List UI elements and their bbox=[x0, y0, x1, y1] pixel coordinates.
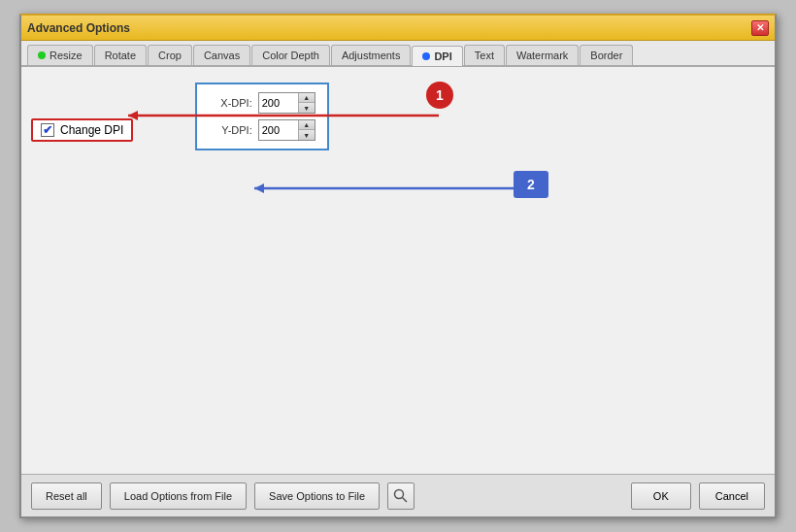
main-window: Advanced Options ✕ Resize Rotate Crop Ca… bbox=[19, 14, 777, 518]
window-title: Advanced Options bbox=[27, 21, 130, 35]
y-dpi-input-wrapper: ▲ ▼ bbox=[258, 119, 315, 141]
y-dpi-up-button[interactable]: ▲ bbox=[299, 120, 315, 130]
title-bar-controls: ✕ bbox=[751, 20, 769, 36]
resize-dot bbox=[38, 51, 46, 59]
content-area: ✔ Change DPI X-DPI: ▲ ▼ Y-DPI: bbox=[21, 67, 775, 474]
tab-color-depth-label: Color Depth bbox=[262, 50, 319, 61]
tab-dpi[interactable]: DPI bbox=[412, 46, 462, 66]
cancel-button[interactable]: Cancel bbox=[699, 482, 765, 510]
magnifier-icon bbox=[393, 488, 409, 504]
change-dpi-container: ✔ Change DPI bbox=[31, 118, 133, 142]
annotation-1-label: 1 bbox=[436, 87, 444, 103]
close-button[interactable]: ✕ bbox=[751, 20, 769, 36]
svg-point-4 bbox=[395, 489, 404, 498]
y-dpi-down-button[interactable]: ▼ bbox=[299, 130, 315, 140]
dpi-dot bbox=[422, 52, 430, 60]
tab-crop-label: Crop bbox=[158, 50, 182, 61]
footer: Reset all Load Options from File Save Op… bbox=[21, 474, 775, 516]
change-dpi-checkbox[interactable]: ✔ bbox=[41, 123, 54, 137]
y-dpi-label: Y-DPI: bbox=[209, 124, 252, 136]
tab-watermark[interactable]: Watermark bbox=[506, 45, 579, 65]
load-options-button[interactable]: Load Options from File bbox=[110, 482, 247, 510]
checkmark-icon: ✔ bbox=[43, 123, 52, 137]
search-icon-button[interactable] bbox=[387, 482, 415, 510]
annotation-2: 2 bbox=[514, 171, 548, 198]
tab-watermark-label: Watermark bbox=[516, 50, 568, 61]
ok-button[interactable]: OK bbox=[631, 482, 691, 510]
tab-adjustments[interactable]: Adjustments bbox=[331, 45, 412, 65]
tab-adjustments-label: Adjustments bbox=[342, 50, 401, 61]
tab-canvas-label: Canvas bbox=[204, 50, 240, 61]
svg-marker-3 bbox=[254, 183, 264, 193]
save-options-button[interactable]: Save Options to File bbox=[254, 482, 380, 510]
tab-border-label: Border bbox=[590, 50, 622, 61]
annotation-2-label: 2 bbox=[527, 177, 535, 192]
x-dpi-label: X-DPI: bbox=[209, 97, 252, 109]
x-dpi-up-button[interactable]: ▲ bbox=[299, 93, 315, 103]
y-dpi-row: Y-DPI: ▲ ▼ bbox=[209, 119, 315, 141]
y-dpi-spinners: ▲ ▼ bbox=[298, 120, 315, 140]
svg-line-5 bbox=[403, 497, 408, 502]
x-dpi-input-wrapper: ▲ ▼ bbox=[258, 92, 315, 114]
x-dpi-spinners: ▲ ▼ bbox=[298, 93, 315, 113]
tab-crop[interactable]: Crop bbox=[148, 45, 192, 65]
x-dpi-row: X-DPI: ▲ ▼ bbox=[209, 92, 315, 114]
dpi-inputs-box: X-DPI: ▲ ▼ Y-DPI: ▲ ▼ bbox=[195, 83, 329, 150]
tab-color-depth[interactable]: Color Depth bbox=[251, 45, 330, 65]
x-dpi-down-button[interactable]: ▼ bbox=[299, 103, 315, 113]
x-dpi-input[interactable] bbox=[259, 96, 298, 110]
change-dpi-label: Change DPI bbox=[60, 123, 123, 137]
tab-rotate[interactable]: Rotate bbox=[94, 45, 147, 65]
tab-resize[interactable]: Resize bbox=[27, 45, 93, 65]
tab-border[interactable]: Border bbox=[580, 45, 633, 65]
tab-text-label: Text bbox=[475, 50, 494, 61]
tab-canvas[interactable]: Canvas bbox=[193, 45, 250, 65]
title-bar: Advanced Options ✕ bbox=[21, 16, 775, 41]
tab-text[interactable]: Text bbox=[464, 45, 505, 65]
tab-resize-label: Resize bbox=[50, 50, 83, 61]
y-dpi-input[interactable] bbox=[259, 123, 298, 137]
annotation-1: 1 bbox=[426, 82, 453, 109]
reset-all-button[interactable]: Reset all bbox=[31, 482, 102, 510]
tabs-bar: Resize Rotate Crop Canvas Color Depth Ad… bbox=[21, 41, 775, 67]
tab-dpi-label: DPI bbox=[434, 50, 451, 62]
annotation-arrow-2 bbox=[21, 145, 759, 222]
tab-rotate-label: Rotate bbox=[105, 50, 136, 61]
